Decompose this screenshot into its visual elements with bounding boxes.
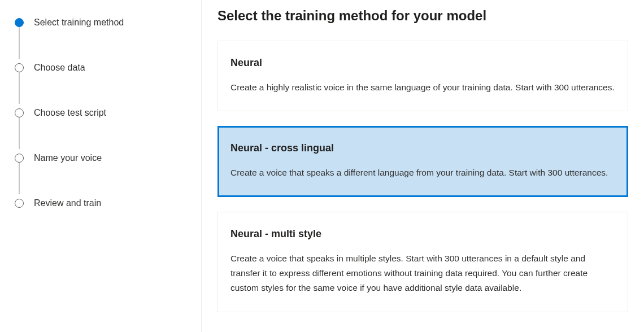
step-connector: [19, 72, 20, 104]
step-connector: [19, 27, 20, 59]
step-connector: [19, 163, 20, 194]
step-marker-icon: [15, 18, 24, 27]
wizard-steps-list: Select training method Choose data Choos…: [15, 16, 190, 210]
step-marker-icon: [15, 154, 24, 163]
step-choose-data[interactable]: Choose data: [15, 61, 190, 75]
option-title: Neural - cross lingual: [230, 142, 615, 154]
step-choose-test-script[interactable]: Choose test script: [15, 106, 190, 120]
training-option-neural[interactable]: Neural Create a highly realistic voice i…: [217, 41, 628, 111]
main-content: Select the training method for your mode…: [202, 0, 644, 332]
wizard-steps-sidebar: Select training method Choose data Choos…: [0, 0, 202, 332]
step-label: Select training method: [34, 17, 124, 29]
step-select-training-method[interactable]: Select training method: [15, 16, 190, 29]
step-label: Choose test script: [34, 107, 106, 119]
option-description: Create a voice that speaks in multiple s…: [230, 251, 615, 296]
step-review-and-train[interactable]: Review and train: [15, 196, 190, 210]
option-title: Neural: [230, 57, 615, 69]
training-option-neural-cross-lingual[interactable]: Neural - cross lingual Create a voice th…: [217, 126, 628, 196]
step-label: Review and train: [34, 198, 101, 209]
step-label: Choose data: [34, 62, 85, 74]
page-title: Select the training method for your mode…: [217, 8, 628, 24]
step-marker-icon: [15, 108, 24, 117]
option-title: Neural - multi style: [230, 228, 615, 240]
training-option-neural-multi-style[interactable]: Neural - multi style Create a voice that…: [217, 212, 628, 312]
step-name-your-voice[interactable]: Name your voice: [15, 151, 190, 165]
step-connector: [19, 117, 20, 149]
step-label: Name your voice: [34, 152, 102, 164]
step-marker-icon: [15, 63, 24, 72]
option-description: Create a voice that speaks a different l…: [230, 165, 615, 180]
option-description: Create a highly realistic voice in the s…: [230, 80, 615, 95]
step-marker-icon: [15, 199, 24, 208]
